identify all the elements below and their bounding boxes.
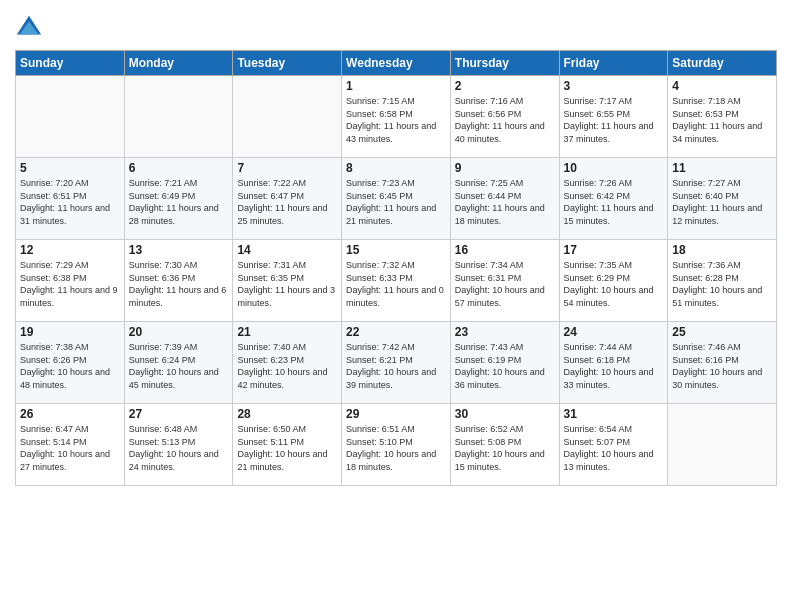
day-number: 24 (564, 325, 664, 339)
day-cell: 9Sunrise: 7:25 AMSunset: 6:44 PMDaylight… (450, 158, 559, 240)
day-info: Sunrise: 7:23 AMSunset: 6:45 PMDaylight:… (346, 177, 446, 227)
day-number: 4 (672, 79, 772, 93)
day-number: 18 (672, 243, 772, 257)
day-info: Sunrise: 7:27 AMSunset: 6:40 PMDaylight:… (672, 177, 772, 227)
day-cell: 19Sunrise: 7:38 AMSunset: 6:26 PMDayligh… (16, 322, 125, 404)
day-cell: 10Sunrise: 7:26 AMSunset: 6:42 PMDayligh… (559, 158, 668, 240)
week-row-5: 26Sunrise: 6:47 AMSunset: 5:14 PMDayligh… (16, 404, 777, 486)
day-cell: 14Sunrise: 7:31 AMSunset: 6:35 PMDayligh… (233, 240, 342, 322)
day-number: 22 (346, 325, 446, 339)
day-number: 13 (129, 243, 229, 257)
day-info: Sunrise: 7:44 AMSunset: 6:18 PMDaylight:… (564, 341, 664, 391)
day-info: Sunrise: 7:22 AMSunset: 6:47 PMDaylight:… (237, 177, 337, 227)
day-cell: 15Sunrise: 7:32 AMSunset: 6:33 PMDayligh… (342, 240, 451, 322)
day-info: Sunrise: 7:40 AMSunset: 6:23 PMDaylight:… (237, 341, 337, 391)
weekday-header-row: SundayMondayTuesdayWednesdayThursdayFrid… (16, 51, 777, 76)
day-number: 16 (455, 243, 555, 257)
day-number: 2 (455, 79, 555, 93)
page-container: SundayMondayTuesdayWednesdayThursdayFrid… (0, 0, 792, 612)
day-number: 10 (564, 161, 664, 175)
day-cell: 29Sunrise: 6:51 AMSunset: 5:10 PMDayligh… (342, 404, 451, 486)
day-cell: 2Sunrise: 7:16 AMSunset: 6:56 PMDaylight… (450, 76, 559, 158)
weekday-sunday: Sunday (16, 51, 125, 76)
day-info: Sunrise: 7:46 AMSunset: 6:16 PMDaylight:… (672, 341, 772, 391)
day-cell: 16Sunrise: 7:34 AMSunset: 6:31 PMDayligh… (450, 240, 559, 322)
day-number: 5 (20, 161, 120, 175)
day-info: Sunrise: 7:39 AMSunset: 6:24 PMDaylight:… (129, 341, 229, 391)
day-cell: 12Sunrise: 7:29 AMSunset: 6:38 PMDayligh… (16, 240, 125, 322)
day-number: 25 (672, 325, 772, 339)
day-cell: 26Sunrise: 6:47 AMSunset: 5:14 PMDayligh… (16, 404, 125, 486)
logo (15, 14, 45, 42)
day-info: Sunrise: 7:25 AMSunset: 6:44 PMDaylight:… (455, 177, 555, 227)
day-cell: 8Sunrise: 7:23 AMSunset: 6:45 PMDaylight… (342, 158, 451, 240)
day-cell: 11Sunrise: 7:27 AMSunset: 6:40 PMDayligh… (668, 158, 777, 240)
day-cell (668, 404, 777, 486)
day-number: 31 (564, 407, 664, 421)
day-info: Sunrise: 6:50 AMSunset: 5:11 PMDaylight:… (237, 423, 337, 473)
day-cell: 6Sunrise: 7:21 AMSunset: 6:49 PMDaylight… (124, 158, 233, 240)
day-info: Sunrise: 7:21 AMSunset: 6:49 PMDaylight:… (129, 177, 229, 227)
day-info: Sunrise: 6:48 AMSunset: 5:13 PMDaylight:… (129, 423, 229, 473)
day-cell: 5Sunrise: 7:20 AMSunset: 6:51 PMDaylight… (16, 158, 125, 240)
day-number: 28 (237, 407, 337, 421)
day-cell: 13Sunrise: 7:30 AMSunset: 6:36 PMDayligh… (124, 240, 233, 322)
day-info: Sunrise: 7:26 AMSunset: 6:42 PMDaylight:… (564, 177, 664, 227)
day-number: 3 (564, 79, 664, 93)
day-number: 27 (129, 407, 229, 421)
week-row-3: 12Sunrise: 7:29 AMSunset: 6:38 PMDayligh… (16, 240, 777, 322)
day-cell: 4Sunrise: 7:18 AMSunset: 6:53 PMDaylight… (668, 76, 777, 158)
day-cell: 24Sunrise: 7:44 AMSunset: 6:18 PMDayligh… (559, 322, 668, 404)
day-cell: 23Sunrise: 7:43 AMSunset: 6:19 PMDayligh… (450, 322, 559, 404)
day-info: Sunrise: 7:34 AMSunset: 6:31 PMDaylight:… (455, 259, 555, 309)
day-number: 8 (346, 161, 446, 175)
day-info: Sunrise: 6:47 AMSunset: 5:14 PMDaylight:… (20, 423, 120, 473)
day-number: 21 (237, 325, 337, 339)
day-number: 26 (20, 407, 120, 421)
day-cell: 21Sunrise: 7:40 AMSunset: 6:23 PMDayligh… (233, 322, 342, 404)
day-number: 11 (672, 161, 772, 175)
weekday-monday: Monday (124, 51, 233, 76)
day-cell (124, 76, 233, 158)
day-info: Sunrise: 7:42 AMSunset: 6:21 PMDaylight:… (346, 341, 446, 391)
day-cell: 31Sunrise: 6:54 AMSunset: 5:07 PMDayligh… (559, 404, 668, 486)
day-info: Sunrise: 7:30 AMSunset: 6:36 PMDaylight:… (129, 259, 229, 309)
calendar: SundayMondayTuesdayWednesdayThursdayFrid… (15, 50, 777, 486)
day-number: 6 (129, 161, 229, 175)
day-number: 29 (346, 407, 446, 421)
day-cell: 18Sunrise: 7:36 AMSunset: 6:28 PMDayligh… (668, 240, 777, 322)
day-info: Sunrise: 7:43 AMSunset: 6:19 PMDaylight:… (455, 341, 555, 391)
day-number: 23 (455, 325, 555, 339)
day-cell: 1Sunrise: 7:15 AMSunset: 6:58 PMDaylight… (342, 76, 451, 158)
day-cell (16, 76, 125, 158)
header (15, 10, 777, 42)
day-info: Sunrise: 7:15 AMSunset: 6:58 PMDaylight:… (346, 95, 446, 145)
day-cell (233, 76, 342, 158)
weekday-friday: Friday (559, 51, 668, 76)
day-info: Sunrise: 7:17 AMSunset: 6:55 PMDaylight:… (564, 95, 664, 145)
day-cell: 3Sunrise: 7:17 AMSunset: 6:55 PMDaylight… (559, 76, 668, 158)
day-info: Sunrise: 7:18 AMSunset: 6:53 PMDaylight:… (672, 95, 772, 145)
day-number: 14 (237, 243, 337, 257)
day-number: 9 (455, 161, 555, 175)
day-number: 7 (237, 161, 337, 175)
day-cell: 20Sunrise: 7:39 AMSunset: 6:24 PMDayligh… (124, 322, 233, 404)
week-row-2: 5Sunrise: 7:20 AMSunset: 6:51 PMDaylight… (16, 158, 777, 240)
week-row-4: 19Sunrise: 7:38 AMSunset: 6:26 PMDayligh… (16, 322, 777, 404)
logo-icon (15, 14, 43, 42)
week-row-1: 1Sunrise: 7:15 AMSunset: 6:58 PMDaylight… (16, 76, 777, 158)
weekday-wednesday: Wednesday (342, 51, 451, 76)
day-cell: 25Sunrise: 7:46 AMSunset: 6:16 PMDayligh… (668, 322, 777, 404)
day-number: 20 (129, 325, 229, 339)
day-cell: 22Sunrise: 7:42 AMSunset: 6:21 PMDayligh… (342, 322, 451, 404)
day-number: 15 (346, 243, 446, 257)
day-number: 17 (564, 243, 664, 257)
day-info: Sunrise: 7:38 AMSunset: 6:26 PMDaylight:… (20, 341, 120, 391)
day-number: 12 (20, 243, 120, 257)
day-info: Sunrise: 6:54 AMSunset: 5:07 PMDaylight:… (564, 423, 664, 473)
day-cell: 27Sunrise: 6:48 AMSunset: 5:13 PMDayligh… (124, 404, 233, 486)
day-info: Sunrise: 7:36 AMSunset: 6:28 PMDaylight:… (672, 259, 772, 309)
day-info: Sunrise: 7:35 AMSunset: 6:29 PMDaylight:… (564, 259, 664, 309)
day-info: Sunrise: 6:52 AMSunset: 5:08 PMDaylight:… (455, 423, 555, 473)
day-info: Sunrise: 7:32 AMSunset: 6:33 PMDaylight:… (346, 259, 446, 309)
